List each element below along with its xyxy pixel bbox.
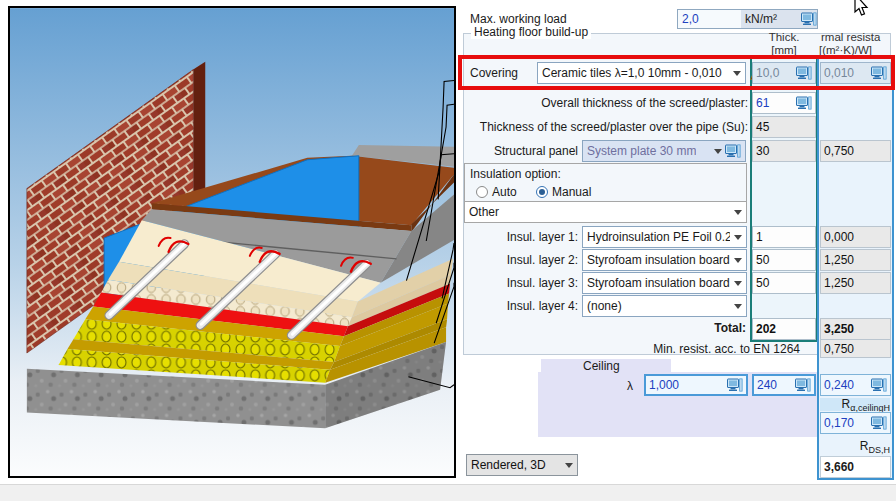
insul-layer-1-label: Insul. layer 1: [430, 230, 578, 244]
transfer-monitor-icon[interactable] [727, 378, 743, 392]
insulation-option-auto[interactable]: Auto [476, 185, 517, 199]
floor-buildup-3d-view[interactable] [8, 6, 456, 478]
ceiling-lambda-field[interactable]: 1,000 [644, 374, 748, 396]
insul-layer-3-resistance-field[interactable]: 1,250 [820, 272, 891, 294]
view-mode-dropdown[interactable]: Rendered, 3D [466, 454, 578, 476]
structural-panel-dropdown[interactable]: System plate 30 mm [582, 140, 746, 162]
r-ds-label: RDS,H [820, 439, 890, 455]
transfer-monitor-icon[interactable] [871, 66, 887, 80]
max-working-load-unit: kN/m² [741, 10, 817, 28]
structural-panel-label: Structural panel [469, 144, 578, 158]
resistance-column-header-line2: [(m²·K)/W] [819, 44, 896, 56]
transfer-monitor-icon[interactable] [796, 66, 812, 80]
thickness-column-header-line2: [mm] [752, 44, 816, 56]
min-resist-label: Min. resist. acc. to EN 1264 [540, 342, 800, 356]
min-resist-field: 0,750 [820, 339, 891, 358]
insul-layer-1-thickness-field[interactable]: 1 [752, 226, 816, 248]
covering-thickness-field[interactable]: 10,0 [752, 62, 816, 84]
structural-panel-thickness-field[interactable]: 30 [752, 140, 816, 162]
total-resistance-field: 3,250 [820, 318, 891, 340]
thickness-over-pipe-field[interactable]: 45 [752, 116, 816, 138]
status-bar [0, 484, 896, 501]
chevron-down-icon [734, 258, 742, 263]
thickness-over-pipe-label: Thickness of the screed/plaster over the… [469, 120, 748, 134]
r-ds-total-field: 3,660 [820, 456, 891, 478]
transfer-monitor-icon[interactable] [796, 96, 812, 110]
insul-layer-4-dropdown[interactable]: (none) [582, 295, 747, 317]
chevron-down-icon [734, 210, 742, 215]
total-label: Total: [600, 321, 746, 335]
overall-thickness-label: Overall thickness of the screed/plaster: [480, 96, 748, 110]
covering-resistance-field[interactable]: 0,010 [820, 62, 891, 84]
chevron-down-icon [714, 149, 722, 154]
max-working-load-input[interactable]: 2,0 [678, 10, 741, 28]
chevron-down-icon [565, 463, 573, 468]
transfer-monitor-icon[interactable] [725, 144, 741, 158]
chevron-down-icon [734, 281, 742, 286]
structural-panel-resistance-field[interactable]: 0,750 [820, 140, 891, 162]
radio-manual-icon[interactable] [536, 186, 548, 198]
group-title: Heating floor build-up [471, 26, 591, 39]
chevron-down-icon [734, 304, 742, 309]
max-working-load-label: Max. working load [470, 12, 630, 26]
mouse-cursor-icon [846, 0, 872, 22]
insul-layer-2-label: Insul. layer 2: [430, 253, 578, 267]
insulation-option-manual[interactable]: Manual [536, 185, 591, 199]
insul-layer-1-resistance-field[interactable]: 0,000 [820, 226, 891, 248]
ceiling-thickness-field[interactable]: 240 [752, 374, 816, 396]
transfer-monitor-icon[interactable] [871, 416, 887, 430]
insulation-option-label: Insulation option: [470, 167, 561, 181]
floor-heating-buildup-window: Max. working load 2,0 kN/m² Heating floo… [0, 0, 896, 501]
insul-layer-2-resistance-field[interactable]: 1,250 [820, 249, 891, 271]
insul-layer-2-dropdown[interactable]: Styrofoam insulation board ( [582, 249, 747, 271]
radio-auto-icon[interactable] [476, 186, 488, 198]
insul-layer-3-dropdown[interactable]: Styrofoam insulation board ( [582, 272, 747, 294]
transfer-monitor-icon[interactable] [795, 378, 811, 392]
insul-layer-4-label: Insul. layer 4: [430, 299, 578, 313]
insul-layer-3-thickness-field[interactable]: 50 [752, 272, 816, 294]
total-thickness-field: 202 [752, 318, 816, 340]
transfer-monitor-icon[interactable] [871, 378, 887, 392]
covering-dropdown[interactable]: Ceramic tiles λ=1,0 10mm - 0,010 [537, 62, 746, 84]
chevron-down-icon [734, 235, 742, 240]
transfer-monitor-icon[interactable] [801, 12, 817, 26]
thickness-column-header-line1: Thick. [752, 31, 816, 43]
lambda-symbol: λ [627, 379, 633, 393]
insul-layer-1-dropdown[interactable]: Hydroinsulation PE Foil 0.2 n [582, 226, 747, 248]
r-alpha-ceiling-label: Rα,ceilingH [820, 398, 890, 411]
ceiling-resistance-field[interactable]: 0,240 [820, 374, 891, 396]
resistance-column-header-line1: rmal resista [821, 31, 896, 43]
insul-layer-3-label: Insul. layer 3: [430, 276, 578, 290]
max-working-load-field: 2,0 kN/m² [677, 9, 818, 29]
overall-thickness-field[interactable]: 61 [752, 92, 816, 114]
ceiling-title: Ceiling [583, 359, 620, 373]
r-alpha-ceiling-field[interactable]: 0,170 [820, 412, 891, 434]
insulation-mode-dropdown[interactable]: Other [464, 201, 747, 223]
chevron-down-icon [733, 71, 741, 76]
floor-layers-illustration [10, 8, 454, 476]
covering-label: Covering [470, 66, 518, 80]
insul-layer-2-thickness-field[interactable]: 50 [752, 249, 816, 271]
